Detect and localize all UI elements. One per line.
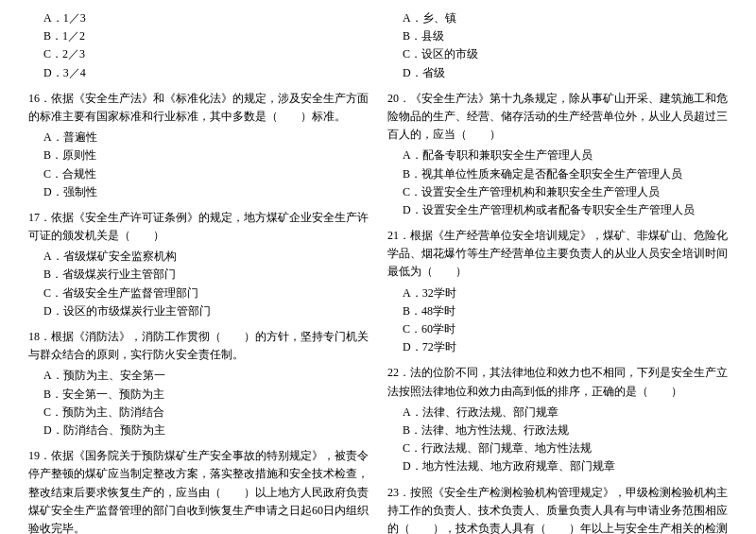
question-prev-left: A．1／3 B．1／2 C．2／3 D．3／4	[28, 9, 369, 82]
question-23: 23．按照《安全生产检测检验机构管理规定》，甲级检测检验机构主持工作的负责人、技…	[387, 484, 728, 535]
q17-option-a: A．省级煤矿安全监察机构	[43, 248, 369, 266]
r-option-b: B．县级	[403, 27, 728, 45]
q21-option-d: D．72学时	[403, 338, 728, 356]
q20-option-b: B．视其单位性质来确定是否配备全职安全生产管理人员	[403, 165, 728, 183]
content-columns: A．1／3 B．1／2 C．2／3 D．3／4 16．依据《安全生产法》和《标准…	[28, 9, 728, 534]
option-b: B．1／2	[43, 27, 369, 45]
q17-option-b: B．省级煤炭行业主管部门	[43, 266, 369, 284]
q18-option-a: A．预防为主、安全第一	[43, 367, 369, 385]
question-16: 16．依据《安全生产法》和《标准化法》的规定，涉及安全生产方面的标准主要有国家标…	[28, 90, 369, 201]
question-18-text: 18．根据《消防法》，消防工作贯彻（ ）的方针，坚持专门机关与群众结合的原则，实…	[28, 328, 369, 364]
question-18: 18．根据《消防法》，消防工作贯彻（ ）的方针，坚持专门机关与群众结合的原则，实…	[28, 328, 369, 439]
q16-option-b: B．原则性	[43, 146, 369, 164]
left-column: A．1／3 B．1／2 C．2／3 D．3／4 16．依据《安全生产法》和《标准…	[28, 9, 369, 534]
q22-option-b: B．法律、地方性法规、行政法规	[403, 422, 728, 439]
q18-option-c: C．预防为主、防消结合	[43, 404, 369, 422]
question-22: 22．法的位阶不同，其法律地位和效力也不相同，下列是安全生产立法按照法律地位和效…	[387, 364, 728, 475]
q20-option-c: C．设置安全生产管理机构和兼职安全生产管理人员	[403, 183, 728, 201]
q20-option-d: D．设置安全生产管理机构或者配备专职安全生产管理人员	[403, 201, 728, 219]
page: A．1／3 B．1／2 C．2／3 D．3／4 16．依据《安全生产法》和《标准…	[28, 9, 728, 534]
question-23-text: 23．按照《安全生产检测检验机构管理规定》，甲级检测检验机构主持工作的负责人、技…	[387, 484, 728, 535]
q18-option-b: B．安全第一、预防为主	[43, 386, 369, 404]
question-17-text: 17．依据《安全生产许可证条例》的规定，地方煤矿企业安全生产许可证的颁发机关是（…	[28, 209, 369, 245]
q16-option-a: A．普遍性	[43, 129, 369, 146]
right-column: A．乡、镇 B．县级 C．设区的市级 D．省级 20．《安全生产法》第十九条规定…	[387, 9, 728, 534]
question-17: 17．依据《安全生产许可证条例》的规定，地方煤矿企业安全生产许可证的颁发机关是（…	[28, 209, 369, 320]
q20-option-a: A．配备专职和兼职安全生产管理人员	[403, 146, 728, 164]
q22-option-c: C．行政法规、部门规章、地方性法规	[403, 439, 728, 457]
question-20: 20．《安全生产法》第十九条规定，除从事矿山开采、建筑施工和危险物品的生产、经营…	[387, 90, 728, 219]
question-22-text: 22．法的位阶不同，其法律地位和效力也不相同，下列是安全生产立法按照法律地位和效…	[387, 364, 728, 400]
q17-option-c: C．省级安全生产监督管理部门	[43, 284, 369, 302]
question-19-text: 19．依据《国务院关于预防煤矿生产安全事故的特别规定》，被责令停产整顿的煤矿应当…	[28, 447, 369, 534]
q16-option-d: D．强制性	[43, 183, 369, 201]
r-option-c: C．设区的市级	[403, 45, 728, 63]
question-prev-right: A．乡、镇 B．县级 C．设区的市级 D．省级	[387, 9, 728, 82]
q21-option-c: C．60学时	[403, 320, 728, 338]
question-20-text: 20．《安全生产法》第十九条规定，除从事矿山开采、建筑施工和危险物品的生产、经营…	[387, 90, 728, 145]
q22-option-a: A．法律、行政法规、部门规章	[403, 404, 728, 422]
option-d: D．3／4	[43, 64, 369, 82]
option-a: A．1／3	[43, 9, 369, 27]
question-19: 19．依据《国务院关于预防煤矿生产安全事故的特别规定》，被责令停产整顿的煤矿应当…	[28, 447, 369, 534]
option-c: C．2／3	[43, 45, 369, 63]
q17-option-d: D．设区的市级煤炭行业主管部门	[43, 302, 369, 320]
question-21-text: 21．根据《生产经营单位安全培训规定》，煤矿、非煤矿山、危险化学品、烟花爆竹等生…	[387, 227, 728, 282]
question-16-text: 16．依据《安全生产法》和《标准化法》的规定，涉及安全生产方面的标准主要有国家标…	[28, 90, 369, 126]
q18-option-d: D．防消结合、预防为主	[43, 422, 369, 439]
r-option-d: D．省级	[403, 64, 728, 82]
q21-option-a: A．32学时	[403, 284, 728, 302]
q16-option-c: C．合规性	[43, 165, 369, 183]
q22-option-d: D．地方性法规、地方政府规章、部门规章	[403, 457, 728, 475]
r-option-a: A．乡、镇	[403, 9, 728, 27]
q21-option-b: B．48学时	[403, 302, 728, 320]
question-21: 21．根据《生产经营单位安全培训规定》，煤矿、非煤矿山、危险化学品、烟花爆竹等生…	[387, 227, 728, 356]
